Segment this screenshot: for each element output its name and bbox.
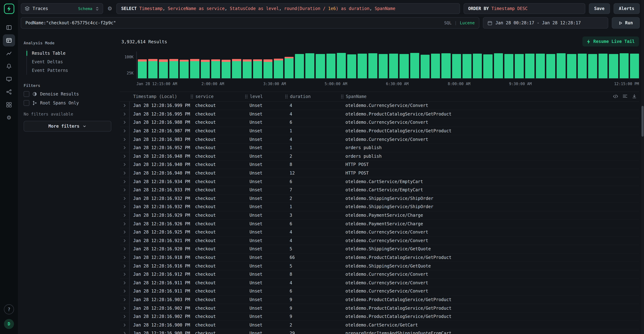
histogram-bar[interactable] xyxy=(347,54,356,78)
row-expander[interactable] xyxy=(120,323,129,327)
more-filters-button[interactable]: More filters xyxy=(24,121,111,132)
histogram-bar[interactable] xyxy=(620,53,628,78)
histogram-bar[interactable] xyxy=(316,54,325,78)
histogram-bar[interactable] xyxy=(442,53,451,78)
drag-handle-icon[interactable] xyxy=(245,95,248,98)
histogram-bar[interactable] xyxy=(536,54,545,78)
histogram-bar[interactable] xyxy=(630,54,639,78)
row-expander[interactable] xyxy=(120,315,129,318)
row-expander[interactable] xyxy=(120,306,129,310)
table-row[interactable]: Jan 28 12:28:16.912 PMcheckoutUnset8otel… xyxy=(120,270,639,279)
row-expander[interactable] xyxy=(120,273,129,276)
table-row[interactable]: Jan 28 12:28:16.911 PMcheckoutUnset4otel… xyxy=(120,279,639,287)
table-row[interactable]: Jan 28 12:28:16.900 PMcheckoutUnset2otel… xyxy=(120,321,639,329)
alerts-button[interactable]: Alerts xyxy=(614,3,640,14)
table-row[interactable]: Jan 28 12:28:16.902 PMcheckoutUnset9otel… xyxy=(120,304,639,313)
root-spans-only-checkbox[interactable] xyxy=(24,100,29,106)
histogram-bar[interactable] xyxy=(400,54,409,78)
dashboards-nav-item[interactable] xyxy=(3,99,15,111)
row-expander[interactable] xyxy=(120,129,129,133)
histogram-bar[interactable] xyxy=(368,53,377,78)
table-row[interactable]: Jan 28 12:28:16.988 PMcheckoutUnset6otel… xyxy=(120,118,639,127)
row-expander[interactable] xyxy=(120,137,129,141)
histogram-bar[interactable] xyxy=(598,54,608,78)
histogram-bar[interactable] xyxy=(578,53,587,78)
histogram-bar[interactable] xyxy=(410,53,419,78)
histogram-bar[interactable] xyxy=(515,54,524,78)
histogram-bar[interactable] xyxy=(274,59,283,78)
search-nav-item[interactable] xyxy=(3,34,15,46)
date-range-picker[interactable]: Jan 28 00:28:17 - Jan 28 12:28:17 xyxy=(483,17,608,29)
row-expander[interactable] xyxy=(120,298,129,302)
drag-handle-icon[interactable] xyxy=(191,95,193,98)
column-header-spanname[interactable]: SpanName xyxy=(340,94,639,99)
source-select[interactable]: Traces Schema xyxy=(21,3,103,14)
table-row[interactable]: Jan 28 12:28:16.911 PMcheckoutUnset6otel… xyxy=(120,287,639,296)
table-row[interactable]: Jan 28 12:28:16.925 PMcheckoutUnset4otel… xyxy=(120,228,639,237)
column-header-duration[interactable]: duration xyxy=(284,94,340,99)
histogram-bar[interactable] xyxy=(546,54,556,78)
table-row[interactable]: Jan 28 12:28:16.920 PMcheckoutUnset5otel… xyxy=(120,245,639,253)
table-row[interactable]: Jan 28 12:28:16.900 PMcheckoutUnset29pre… xyxy=(120,329,639,334)
analysis-mode-event-patterns[interactable]: Event Patterns xyxy=(27,66,111,75)
histogram-bar[interactable] xyxy=(431,54,440,78)
row-expander[interactable] xyxy=(120,154,129,158)
histogram-bar[interactable] xyxy=(557,53,566,78)
histogram-bar[interactable] xyxy=(305,53,314,78)
table-row[interactable]: Jan 28 12:28:16.916 PMcheckoutUnset5otel… xyxy=(120,262,639,270)
histogram-bar[interactable] xyxy=(242,59,252,78)
user-avatar[interactable]: D xyxy=(4,319,14,329)
row-expander[interactable] xyxy=(120,180,129,183)
drag-handle-icon[interactable] xyxy=(285,95,288,98)
row-expander[interactable] xyxy=(120,230,129,234)
histogram-bar[interactable] xyxy=(169,59,178,78)
histogram-bar[interactable] xyxy=(358,54,367,78)
histogram-bar[interactable] xyxy=(484,54,492,78)
histogram-bar[interactable] xyxy=(159,59,168,78)
drag-handle-icon[interactable] xyxy=(341,95,344,98)
row-expander[interactable] xyxy=(120,247,129,251)
chart-explorer-nav-item[interactable] xyxy=(3,47,15,59)
table-row[interactable]: Jan 28 12:28:16.932 PMcheckoutUnset1otel… xyxy=(120,203,639,211)
table-row[interactable]: Jan 28 12:28:16.983 PMcheckoutUnset4otel… xyxy=(120,135,639,144)
histogram-bar[interactable] xyxy=(389,53,398,78)
denoise-results-checkbox[interactable] xyxy=(24,91,29,97)
run-button[interactable]: Run xyxy=(612,17,640,29)
analysis-mode-event-deltas[interactable]: Event Deltas xyxy=(27,57,111,66)
table-row[interactable]: Jan 28 12:28:16.940 PMcheckoutUnset8HTTP… xyxy=(120,161,639,169)
sql-select-input[interactable]: SELECT Timestamp, ServiceName as service… xyxy=(116,3,460,14)
table-row[interactable]: Jan 28 12:28:16.995 PMcheckoutUnset4otel… xyxy=(120,110,639,118)
collapse-sidebar-icon[interactable] xyxy=(3,21,15,34)
histogram-bar[interactable] xyxy=(452,54,461,78)
row-expander[interactable] xyxy=(120,188,129,192)
table-row[interactable]: Jan 28 12:28:16.918 PMcheckoutUnset66ote… xyxy=(120,253,639,262)
histogram-bar[interactable] xyxy=(525,53,534,78)
row-expander[interactable] xyxy=(120,163,129,166)
language-toggle-sql[interactable]: SQL xyxy=(444,20,452,25)
code-view-icon[interactable] xyxy=(613,94,618,98)
table-row[interactable]: Jan 28 12:28:16.940 PMcheckoutUnset12HTT… xyxy=(120,169,639,178)
histogram-bar[interactable] xyxy=(473,53,482,78)
column-header-service[interactable]: service xyxy=(190,94,244,99)
table-row[interactable]: Jan 28 12:28:16.903 PMcheckoutUnset9otel… xyxy=(120,296,639,304)
histogram-bar[interactable] xyxy=(222,59,231,78)
row-expander[interactable] xyxy=(120,264,129,268)
row-expander[interactable] xyxy=(120,222,129,226)
row-expander[interactable] xyxy=(120,197,129,200)
save-button[interactable]: Save xyxy=(589,3,610,14)
histogram-bar[interactable] xyxy=(284,57,294,78)
table-row[interactable]: Jan 28 12:28:16.934 PMcheckoutUnset6otel… xyxy=(120,178,639,186)
row-expander[interactable] xyxy=(120,239,129,243)
service-map-nav-item[interactable] xyxy=(3,86,15,98)
histogram-bar[interactable] xyxy=(337,53,346,78)
column-header-timestamp-local[interactable]: Timestamp (Local) xyxy=(129,94,190,99)
row-expander[interactable] xyxy=(120,214,129,217)
source-settings-button[interactable]: ⚙ xyxy=(107,5,113,12)
row-expander[interactable] xyxy=(120,104,129,107)
help-button[interactable]: ? xyxy=(4,304,14,314)
table-row[interactable]: Jan 28 12:28:16.987 PMcheckoutUnset1otel… xyxy=(120,127,639,135)
row-expander[interactable] xyxy=(120,146,129,150)
histogram-bar[interactable] xyxy=(326,53,336,78)
row-expander[interactable] xyxy=(120,205,129,209)
column-header-level[interactable]: level xyxy=(244,94,284,99)
